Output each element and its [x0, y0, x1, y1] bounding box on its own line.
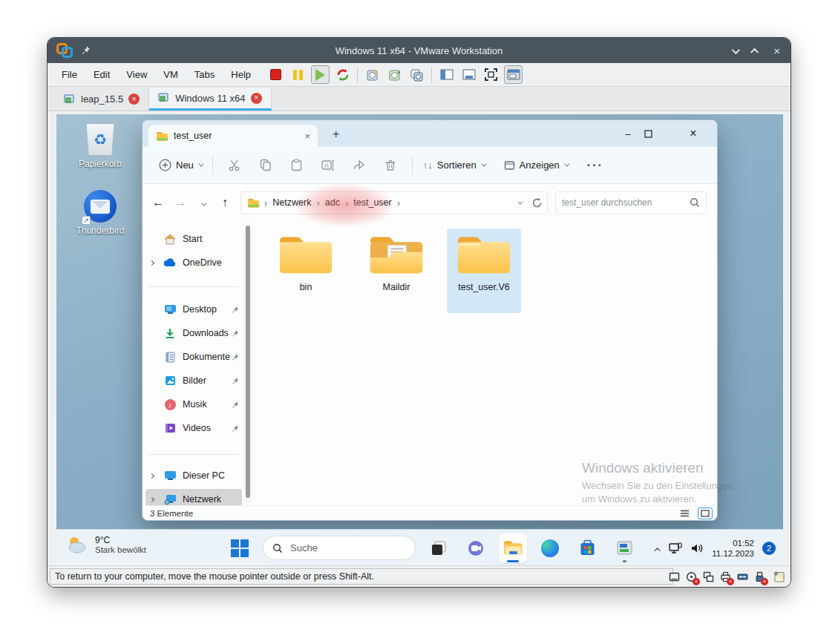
- folder-item-maildir[interactable]: Maildir: [359, 231, 433, 316]
- show-thumbnail-bar-icon[interactable]: [459, 65, 478, 84]
- recent-locations-button[interactable]: [192, 196, 214, 209]
- message-log-icon[interactable]: [773, 571, 786, 584]
- sidebar-item-videos[interactable]: Videos: [145, 418, 242, 438]
- up-button[interactable]: ↑: [214, 196, 236, 209]
- console-view-icon[interactable]: [504, 65, 523, 84]
- thumbnail-view-icon[interactable]: [698, 507, 713, 519]
- breadcrumb-segment-test-user[interactable]: test_user: [353, 197, 391, 208]
- desktop-icon-recycle-bin[interactable]: ♻ Papierkorb: [71, 123, 129, 169]
- sidebar-scrollbar[interactable]: [243, 223, 252, 504]
- sidebar-item-music[interactable]: ♪ Musik: [145, 394, 242, 415]
- cd-drive-icon[interactable]: ×: [684, 571, 698, 584]
- take-snapshot-icon[interactable]: [363, 65, 382, 84]
- explorer-tab[interactable]: test_user ×: [148, 125, 318, 147]
- sidebar-item-network[interactable]: Netzwerk: [145, 489, 242, 505]
- weather-widget[interactable]: 9°C Stark bewölkt: [65, 535, 146, 554]
- menu-view[interactable]: View: [118, 65, 155, 85]
- window-title: Windows 11 x64 - VMware Workstation: [48, 45, 790, 56]
- minimize-button[interactable]: [732, 44, 738, 57]
- maximize-button[interactable]: [753, 44, 759, 57]
- copy-button[interactable]: [250, 153, 281, 178]
- vm-tab-close-icon[interactable]: ×: [251, 93, 262, 104]
- printer-icon[interactable]: ×: [718, 571, 732, 584]
- forward-button[interactable]: →: [169, 196, 192, 209]
- taskbar-search[interactable]: Suche: [263, 536, 416, 560]
- expand-chevron-icon[interactable]: [149, 260, 154, 265]
- notification-badge[interactable]: 2: [762, 542, 776, 555]
- sound-card-icon[interactable]: [736, 571, 749, 584]
- view-button[interactable]: Anzeigen: [500, 160, 572, 171]
- show-library-panel-icon[interactable]: [437, 65, 456, 84]
- fullscreen-icon[interactable]: [482, 65, 500, 84]
- folder-item-test-user-v6[interactable]: test_user.V6: [447, 229, 521, 313]
- scrollbar-thumb[interactable]: [246, 226, 250, 498]
- close-button[interactable]: ×: [773, 45, 780, 56]
- explorer-maximize-button[interactable]: [644, 130, 677, 138]
- sidebar-item-pictures[interactable]: Bilder: [145, 370, 242, 391]
- revert-snapshot-icon[interactable]: [385, 65, 404, 84]
- tab-close-icon[interactable]: ×: [304, 131, 310, 142]
- new-tab-button[interactable]: +: [333, 128, 339, 141]
- usb-device-icon[interactable]: ×: [753, 571, 766, 584]
- more-options-button[interactable]: ···: [587, 159, 603, 172]
- hard-disk-icon[interactable]: [667, 571, 681, 584]
- tray-chevron-icon[interactable]: [656, 542, 661, 555]
- chat-button[interactable]: [462, 533, 490, 563]
- task-view-button[interactable]: [425, 533, 453, 563]
- clock-widget[interactable]: 01:52 11.12.2023: [712, 538, 754, 559]
- vmware-tools-button[interactable]: [610, 533, 638, 563]
- sidebar-item-onedrive[interactable]: OneDrive: [145, 252, 242, 273]
- vm-tab-windows11[interactable]: Windows 11 x64 ×: [149, 88, 271, 111]
- cut-button[interactable]: [219, 153, 250, 178]
- delete-button[interactable]: [375, 153, 406, 178]
- pin-icon[interactable]: [80, 45, 91, 56]
- vm-tab-leap[interactable]: leap_15.5 ×: [55, 88, 149, 111]
- new-button[interactable]: Neu: [154, 159, 206, 171]
- refresh-icon[interactable]: [531, 197, 543, 208]
- address-bar[interactable]: › Netzwerk › adc › test_user ›: [240, 191, 548, 214]
- breadcrumb-segment-adc[interactable]: adc: [325, 197, 340, 208]
- power-off-button[interactable]: [266, 65, 285, 84]
- expand-chevron-icon[interactable]: [149, 473, 154, 478]
- suspend-button[interactable]: [289, 65, 307, 84]
- breadcrumb-segment-netzwerk[interactable]: Netzwerk: [272, 197, 311, 208]
- sidebar-item-start[interactable]: Start: [145, 229, 242, 249]
- search-input[interactable]: [562, 197, 690, 208]
- desktop-icon-label: Thunderbird: [76, 226, 125, 236]
- folder-item-bin[interactable]: bin: [269, 231, 343, 316]
- menu-tabs[interactable]: Tabs: [186, 65, 223, 85]
- sidebar-item-desktop[interactable]: Desktop: [145, 299, 242, 320]
- volume-tray-icon[interactable]: [690, 542, 704, 554]
- rename-button[interactable]: A: [312, 153, 344, 178]
- store-icon: [579, 539, 596, 556]
- reset-button[interactable]: [333, 65, 352, 84]
- expand-chevron-icon[interactable]: [149, 496, 154, 502]
- menu-help[interactable]: Help: [223, 65, 259, 85]
- paste-button[interactable]: [281, 153, 312, 178]
- network-tray-icon[interactable]: [669, 542, 682, 554]
- address-dropdown-icon[interactable]: [517, 199, 523, 204]
- search-box[interactable]: [555, 191, 707, 214]
- file-explorer-button[interactable]: [499, 533, 527, 563]
- menu-file[interactable]: File: [53, 65, 85, 85]
- explorer-close-button[interactable]: ×: [677, 127, 710, 140]
- disconnected-badge: ×: [727, 578, 734, 585]
- sidebar-item-documents[interactable]: Dokumente: [145, 346, 242, 367]
- vm-tab-close-icon[interactable]: ×: [128, 93, 140, 105]
- explorer-minimize-button[interactable]: –: [612, 128, 644, 139]
- menu-edit[interactable]: Edit: [85, 65, 118, 85]
- sort-button[interactable]: ↑↓ Sortieren: [419, 160, 489, 171]
- desktop-icon-thunderbird[interactable]: ↗ Thunderbird: [71, 190, 129, 236]
- sidebar-item-downloads[interactable]: Downloads: [145, 323, 242, 344]
- network-adapter-icon[interactable]: [701, 571, 715, 584]
- menu-vm[interactable]: VM: [155, 65, 186, 85]
- share-button[interactable]: [344, 153, 375, 178]
- start-button[interactable]: [226, 533, 254, 563]
- snapshot-manager-icon[interactable]: [407, 65, 426, 84]
- back-button[interactable]: ←: [147, 196, 169, 209]
- edge-button[interactable]: [536, 533, 564, 563]
- store-button[interactable]: [573, 533, 601, 563]
- sidebar-item-this-pc[interactable]: Dieser PC: [145, 465, 242, 486]
- power-on-button[interactable]: [311, 65, 330, 84]
- details-view-icon[interactable]: [677, 507, 692, 519]
